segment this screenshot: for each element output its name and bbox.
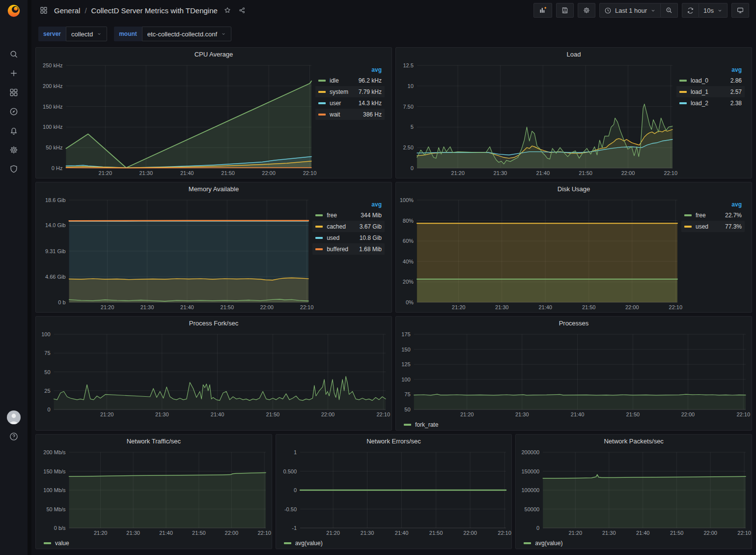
chart-packets[interactable]: 21:2021:3021:4021:5022:0022:100500001000… bbox=[519, 447, 749, 537]
svg-text:200000: 200000 bbox=[522, 449, 540, 455]
panel-title[interactable]: CPU Average bbox=[36, 48, 392, 60]
chart-load[interactable]: 21:2021:3021:4021:5022:0022:1002.5057.50… bbox=[399, 60, 675, 177]
star-dashboard-button[interactable] bbox=[223, 5, 232, 15]
sidebar-item-create[interactable] bbox=[0, 63, 28, 83]
dashboard-variables: server collectd mount etc-collectd-colle… bbox=[38, 27, 749, 41]
legend-item-used[interactable]: used10.8 Gib bbox=[312, 232, 385, 243]
chart-memory[interactable]: 21:2021:3021:4021:5022:0022:100 b4.66 Gi… bbox=[39, 195, 311, 311]
legend-item-free[interactable]: free22.7% bbox=[681, 209, 745, 221]
panel-title[interactable]: Disk Usage bbox=[396, 182, 752, 195]
panel-legend: avgload_02.86load_12.57load_22.38 bbox=[675, 60, 749, 177]
refresh-button[interactable] bbox=[682, 3, 699, 18]
legend-item-free[interactable]: free344 Mib bbox=[312, 209, 385, 221]
legend-label: free bbox=[696, 212, 706, 219]
legend-item-cached[interactable]: cached3.67 Gib bbox=[312, 221, 385, 232]
chart-cpu[interactable]: 21:2021:3021:4021:5022:0022:100 Hz50 kHz… bbox=[39, 60, 314, 177]
add-panel-button[interactable] bbox=[533, 3, 552, 18]
chart-canvas[interactable]: 21:2021:3021:4021:5022:0022:100 b4.66 Gi… bbox=[39, 195, 311, 311]
svg-text:100 kHz: 100 kHz bbox=[43, 124, 62, 130]
panel-title[interactable]: Network Errors/sec bbox=[276, 435, 512, 447]
chart-canvas[interactable]: 21:2021:3021:4021:5022:0022:105075100125… bbox=[399, 329, 749, 418]
dashboard-settings-button[interactable] bbox=[578, 3, 595, 18]
chart-canvas[interactable]: 21:2021:3021:4021:5022:0022:1002.5057.50… bbox=[399, 60, 675, 177]
share-dashboard-button[interactable] bbox=[237, 5, 247, 15]
legend-item-value[interactable]: value bbox=[44, 540, 69, 547]
sidebar-item-server-admin[interactable] bbox=[0, 159, 28, 178]
svg-text:21:20: 21:20 bbox=[569, 530, 583, 536]
legend-avg-header[interactable]: avg bbox=[312, 201, 385, 209]
legend-avg-header[interactable]: avg bbox=[681, 201, 745, 209]
dashboard-row: Network Traffic/sec21:2021:3021:4021:502… bbox=[35, 434, 752, 549]
time-range-picker[interactable]: Last 1 hour bbox=[599, 3, 661, 18]
panel-title[interactable]: Processes bbox=[396, 317, 752, 329]
chart-fork[interactable]: 21:2021:3021:4021:5022:0022:100255075100 bbox=[39, 329, 389, 418]
svg-text:21:20: 21:20 bbox=[94, 530, 108, 536]
sidebar-item-search[interactable] bbox=[0, 44, 28, 63]
legend-item-wait[interactable]: wait386 Hz bbox=[315, 109, 385, 120]
sidebar-item-alerting[interactable] bbox=[0, 121, 28, 140]
variable-mount-select[interactable]: etc-collectd-collectd.conf bbox=[142, 27, 231, 41]
sidebar-bottom bbox=[0, 408, 28, 446]
refresh-interval-picker[interactable]: 10s bbox=[699, 3, 728, 18]
gear-icon bbox=[583, 6, 590, 14]
user-profile-button[interactable] bbox=[0, 408, 28, 427]
svg-text:60%: 60% bbox=[403, 238, 414, 244]
breadcrumb-folder[interactable]: General bbox=[54, 6, 80, 15]
dashboard-title[interactable]: CollectD Server Metrics with TDengine bbox=[91, 6, 218, 15]
variable-server-select[interactable]: collectd bbox=[66, 27, 107, 41]
svg-text:21:30: 21:30 bbox=[155, 411, 169, 417]
svg-text:-0.50: -0.50 bbox=[284, 506, 297, 512]
legend-item-load_0[interactable]: load_02.86 bbox=[676, 75, 745, 86]
chart-disk[interactable]: 21:2021:3021:4021:5022:0022:100%20%40%60… bbox=[399, 195, 680, 311]
svg-text:21:40: 21:40 bbox=[211, 411, 224, 417]
variable-mount-value: etc-collectd-collectd.conf bbox=[147, 30, 217, 38]
svg-text:21:50: 21:50 bbox=[266, 411, 280, 417]
panel-title[interactable]: Memory Available bbox=[36, 182, 392, 195]
chart-canvas[interactable]: 21:2021:3021:4021:5022:0022:100%20%40%60… bbox=[399, 195, 680, 311]
chart-canvas[interactable]: 21:2021:3021:4021:5022:0022:100 Hz50 kHz… bbox=[39, 60, 314, 177]
sidebar-item-dashboards[interactable] bbox=[0, 83, 28, 102]
chart-canvas[interactable]: 21:2021:3021:4021:5022:0022:10-1-0.5000.… bbox=[279, 447, 509, 537]
legend-item-load_1[interactable]: load_12.57 bbox=[676, 86, 745, 97]
legend-item-buffered[interactable]: buffered1.68 Mib bbox=[312, 243, 385, 255]
panel-body: 21:2021:3021:4021:5022:0022:100 b/s50 Mb… bbox=[36, 447, 272, 538]
chart-canvas[interactable]: 21:2021:3021:4021:5022:0022:100 b/s50 Mb… bbox=[39, 447, 269, 537]
legend-item-system[interactable]: system7.79 kHz bbox=[315, 86, 385, 97]
sidebar-item-explore[interactable] bbox=[0, 102, 28, 121]
chart-traffic[interactable]: 21:2021:3021:4021:5022:0022:100 b/s50 Mb… bbox=[39, 447, 269, 537]
cycle-view-button[interactable] bbox=[731, 3, 749, 18]
panel-title[interactable]: Network Packets/sec bbox=[516, 435, 752, 447]
panel-body: 21:2021:3021:4021:5022:0022:100255075100 bbox=[36, 329, 392, 419]
panel-title[interactable]: Network Traffic/sec bbox=[36, 435, 272, 447]
svg-text:22:10: 22:10 bbox=[664, 170, 678, 176]
zoom-out-time-button[interactable] bbox=[661, 3, 678, 18]
chart-processes[interactable]: 21:2021:3021:4021:5022:0022:105075100125… bbox=[399, 329, 749, 418]
sidebar-item-configuration[interactable] bbox=[0, 140, 28, 159]
svg-text:21:30: 21:30 bbox=[494, 170, 507, 176]
help-button[interactable] bbox=[0, 427, 28, 446]
grafana-logo-icon bbox=[6, 3, 21, 18]
svg-text:22:10: 22:10 bbox=[300, 304, 314, 310]
legend-item-fork_rate[interactable]: fork_rate bbox=[404, 421, 438, 428]
svg-text:0: 0 bbox=[536, 525, 539, 531]
chart-canvas[interactable]: 21:2021:3021:4021:5022:0022:100255075100 bbox=[39, 329, 389, 418]
svg-text:100000: 100000 bbox=[522, 487, 540, 493]
chart-canvas[interactable]: 21:2021:3021:4021:5022:0022:100500001000… bbox=[519, 447, 749, 537]
legend-item-used[interactable]: used77.3% bbox=[681, 221, 745, 232]
sidebar bbox=[0, 0, 28, 555]
legend-avg-header[interactable]: avg bbox=[676, 66, 745, 75]
grafana-logo[interactable] bbox=[0, 0, 28, 22]
panel-title[interactable]: Process Fork/sec bbox=[36, 317, 392, 329]
legend-item-idle[interactable]: idle96.2 kHz bbox=[315, 75, 385, 86]
legend-item-avg(value)[interactable]: avg(value) bbox=[524, 540, 562, 547]
legend-value: 7.79 kHz bbox=[356, 88, 382, 95]
legend-avg-header[interactable]: avg bbox=[315, 66, 385, 75]
save-dashboard-button[interactable] bbox=[556, 3, 574, 18]
legend-item-user[interactable]: user14.3 kHz bbox=[315, 97, 385, 109]
panel-title[interactable]: Load bbox=[396, 48, 752, 60]
chart-errors[interactable]: 21:2021:3021:4021:5022:0022:10-1-0.5000.… bbox=[279, 447, 509, 537]
legend-item-avg(value)[interactable]: avg(value) bbox=[284, 540, 323, 547]
legend-item-load_2[interactable]: load_22.38 bbox=[676, 97, 745, 109]
svg-text:1: 1 bbox=[294, 449, 297, 455]
svg-text:0: 0 bbox=[47, 407, 50, 412]
